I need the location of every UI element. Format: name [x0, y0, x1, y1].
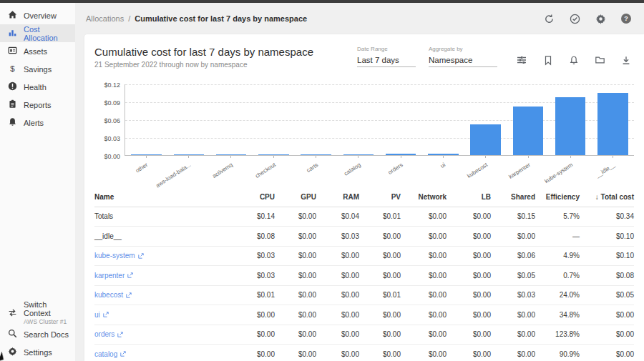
col-network[interactable]: Network [401, 193, 447, 201]
y-tick-label: $0.06 [104, 117, 120, 124]
row-value: $0.00 [491, 330, 535, 338]
breadcrumb-section[interactable]: Allocations [86, 14, 124, 23]
row-value: $0.01 [359, 291, 401, 299]
row-name[interactable]: orders [94, 330, 239, 338]
chart-bar-slot [464, 84, 507, 155]
x-tick-label: other [135, 162, 149, 174]
chart-bar-kube-system[interactable] [555, 97, 586, 155]
col-shared[interactable]: Shared [491, 193, 535, 201]
check-circle-icon[interactable] [570, 14, 580, 24]
row-value: 5.7% [535, 212, 580, 220]
row-value: $0.00 [316, 330, 359, 338]
sidebar-item-reports[interactable]: Reports [0, 96, 75, 114]
chart-bar-activemq[interactable] [216, 154, 247, 155]
col-gpu[interactable]: GPU [275, 193, 316, 201]
row-value: $0.00 [447, 232, 491, 240]
breadcrumb-page: Cumulative cost for last 7 days by names… [135, 14, 307, 23]
chart-bar-slot [337, 84, 379, 155]
row-value: $0.00 [359, 272, 401, 280]
namespace-link[interactable]: karpenter [94, 272, 133, 280]
chart-bar-__idle__[interactable] [597, 93, 628, 155]
alerts-bell-icon[interactable] [569, 55, 579, 66]
date-range-label: Date Range [357, 46, 416, 52]
chart-bar-other[interactable] [131, 154, 162, 155]
table-row-kubecost: kubecost$0.01$0.00$0.00$0.01$0.00$0.00$0… [94, 286, 634, 306]
bookmark-icon[interactable] [543, 55, 553, 66]
help-icon[interactable]: ? [621, 14, 631, 24]
row-value: $0.00 [275, 330, 316, 338]
row-value: 0.7% [535, 272, 580, 280]
chart-bar-catalog[interactable] [343, 154, 374, 155]
refresh-icon[interactable] [544, 14, 555, 24]
table-row-orders: orders$0.00$0.00$0.00$0.00$0.00$0.00$0.0… [94, 325, 634, 345]
sidebar-item-label: Cost Allocation [24, 25, 75, 42]
external-link-icon [126, 292, 132, 298]
row-name: Totals [94, 212, 239, 220]
sidebar-item-health[interactable]: Health [0, 78, 75, 96]
sidebar-item-settings[interactable]: Settings [0, 343, 75, 361]
settings-gear-icon[interactable] [595, 14, 606, 24]
namespace-link[interactable]: kube-system [94, 252, 144, 259]
folder-icon[interactable] [595, 55, 605, 65]
col-lb[interactable]: LB [447, 193, 491, 201]
col-cpu[interactable]: CPU [239, 193, 275, 201]
row-value: 123.8% [535, 330, 580, 338]
row-value: $0.00 [275, 272, 316, 280]
row-value: $0.00 [275, 212, 316, 220]
row-value: $0.00 [275, 350, 316, 358]
col-total-cost[interactable]: ↓ Total cost [580, 193, 634, 201]
row-value: 90.9% [535, 350, 580, 358]
namespace-link[interactable]: catalog [94, 350, 126, 358]
row-name[interactable]: catalog [94, 350, 239, 358]
chart-bar-orders[interactable] [386, 154, 416, 155]
row-value: $0.00 [447, 311, 491, 319]
sidebar-item-alerts[interactable]: Alerts [0, 114, 75, 132]
sidebar-item-switch-context[interactable]: Switch Context AWS Cluster #1 [0, 301, 75, 325]
sidebar-item-cost-allocation[interactable]: Cost Allocation [0, 24, 75, 42]
table-row-Totals: Totals$0.14$0.00$0.04$0.01$0.00$0.00$0.1… [94, 207, 634, 227]
chart-bar-slot [380, 84, 422, 155]
download-icon[interactable] [621, 55, 631, 66]
sidebar-item-search-docs[interactable]: Search Docs [0, 325, 75, 343]
row-value: $0.00 [401, 252, 447, 259]
row-name[interactable]: ui [94, 311, 239, 319]
date-range-field: Date Range [357, 46, 416, 67]
x-tick-label: kubecost [466, 162, 489, 179]
chart-bar-slot [253, 84, 295, 155]
sidebar-item-overview[interactable]: Overview [0, 6, 75, 24]
row-value: $0.00 [359, 350, 401, 358]
row-name[interactable]: karpenter [94, 272, 239, 280]
row-name[interactable]: kube-system [94, 252, 239, 259]
namespace-link[interactable]: ui [94, 311, 109, 319]
namespace-link[interactable]: orders [94, 330, 123, 338]
aggregate-by-input[interactable] [429, 54, 497, 67]
namespace-link[interactable]: kubecost [94, 291, 132, 299]
date-range-input[interactable] [357, 54, 416, 67]
col-efficiency[interactable]: Efficiency [535, 193, 580, 201]
row-name[interactable]: kubecost [94, 291, 239, 299]
row-value: $0.00 [239, 311, 275, 319]
table-header-row: Name CPU GPU RAM PV Network LB Shared Ef… [94, 187, 634, 207]
chart-bar-kubecost[interactable] [470, 124, 501, 155]
chart-bar-slot [422, 84, 464, 155]
chart-bar-carts[interactable] [301, 154, 331, 155]
chart-bar-karpenter[interactable] [513, 107, 544, 155]
col-pv[interactable]: PV [359, 193, 401, 201]
sidebar-item-assets[interactable]: Assets [0, 42, 75, 60]
chart-bar-aws-load-bala...[interactable] [174, 154, 205, 155]
row-value: $0.00 [580, 311, 634, 319]
assets-icon [8, 46, 17, 56]
sidebar-item-label: Search Docs [24, 330, 69, 339]
col-ram[interactable]: RAM [316, 193, 359, 201]
chart-bar-ui[interactable] [428, 154, 459, 155]
chart-bar-slot [210, 84, 253, 155]
x-label-slot: activemq [210, 156, 252, 183]
chart-bar-checkout[interactable] [258, 154, 289, 155]
sidebar-item-savings[interactable]: $ Savings [0, 60, 75, 78]
x-tick-label: orders [387, 162, 404, 176]
filters-tune-icon[interactable] [516, 54, 527, 66]
chart-bar-slot [592, 84, 634, 155]
y-tick-label: $0.09 [104, 99, 120, 107]
row-value: $0.15 [491, 212, 535, 220]
col-name[interactable]: Name [94, 193, 239, 201]
